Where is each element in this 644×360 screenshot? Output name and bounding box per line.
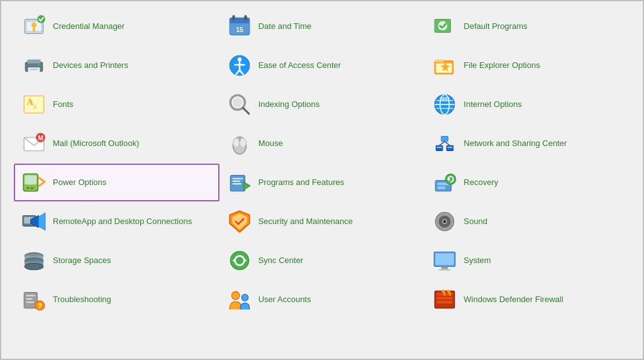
storage-spaces-label[interactable]: Storage Spaces xyxy=(53,256,111,266)
control-panel-item-fonts[interactable]: A a Fonts xyxy=(14,86,219,123)
control-panel-item-storage-spaces[interactable]: Storage Spaces xyxy=(14,242,219,279)
control-panel-item-troubleshooting[interactable]: ? Troubleshooting xyxy=(14,281,219,318)
svg-rect-9 xyxy=(244,15,247,20)
network-sharing-label[interactable]: Network and Sharing Center xyxy=(464,138,567,149)
svg-text:M: M xyxy=(38,134,43,142)
svg-rect-52 xyxy=(447,145,453,150)
programs-features-icon xyxy=(227,170,252,195)
svg-line-33 xyxy=(243,108,248,113)
svg-rect-94 xyxy=(441,266,448,269)
troubleshooting-label[interactable]: Troubleshooting xyxy=(53,295,111,305)
control-panel-item-power-options[interactable]: Power Options xyxy=(14,164,219,201)
svg-rect-51 xyxy=(436,145,443,150)
svg-rect-7 xyxy=(230,21,250,23)
default-programs-label[interactable]: Default Programs xyxy=(464,21,527,32)
svg-rect-53 xyxy=(441,136,448,141)
svg-point-49 xyxy=(233,138,240,148)
devices-and-printers-icon xyxy=(21,53,47,78)
file-explorer-label[interactable]: File Explorer Options xyxy=(464,60,540,71)
control-panel-item-security-maintenance[interactable]: Security and Maintenance xyxy=(219,203,425,240)
security-maintenance-icon xyxy=(227,209,252,234)
svg-rect-18 xyxy=(30,69,38,70)
svg-rect-16 xyxy=(27,60,40,64)
control-panel-item-mouse[interactable]: Mouse xyxy=(219,125,425,162)
devices-and-printers-label[interactable]: Devices and Printers xyxy=(53,60,128,71)
sync-center-label[interactable]: Sync Center xyxy=(258,256,304,266)
svg-rect-93 xyxy=(436,253,454,265)
control-panel-item-devices-and-printers[interactable]: Devices and Printers xyxy=(14,47,219,84)
svg-rect-56 xyxy=(437,147,442,148)
power-options-icon xyxy=(21,170,47,195)
svg-point-88 xyxy=(25,263,43,270)
svg-line-54 xyxy=(440,142,445,145)
troubleshooting-icon: ? xyxy=(21,287,47,312)
control-panel-item-sync-center[interactable]: Sync Center xyxy=(219,242,425,279)
control-panel-item-system[interactable]: System xyxy=(425,242,630,279)
svg-rect-71 xyxy=(438,186,446,189)
date-and-time-label[interactable]: Date and Time xyxy=(258,21,312,32)
svg-text:?: ? xyxy=(38,302,42,310)
control-panel-item-credential-manager[interactable]: Credential Manager xyxy=(14,8,219,45)
svg-marker-77 xyxy=(38,213,45,230)
control-panel-item-remoteapp[interactable]: RemoteApp and Desktop Connections xyxy=(14,203,219,240)
svg-rect-98 xyxy=(26,298,33,300)
windows-defender-label[interactable]: Windows Defender Firewall xyxy=(464,295,563,305)
sound-icon xyxy=(432,209,457,234)
remoteapp-label[interactable]: RemoteApp and Desktop Connections xyxy=(53,217,192,227)
mouse-icon xyxy=(227,131,252,156)
indexing-options-icon xyxy=(227,92,252,117)
svg-text:a: a xyxy=(33,103,36,111)
credential-manager-icon xyxy=(21,14,47,39)
security-maintenance-label[interactable]: Security and Maintenance xyxy=(258,217,353,227)
svg-rect-65 xyxy=(232,178,243,179)
windows-defender-icon xyxy=(432,287,457,312)
control-panel-item-default-programs[interactable]: Default Programs xyxy=(425,8,630,45)
svg-rect-97 xyxy=(26,295,35,296)
svg-text:A: A xyxy=(26,97,33,107)
power-options-label[interactable]: Power Options xyxy=(53,177,106,188)
default-programs-icon xyxy=(432,14,457,39)
svg-rect-64 xyxy=(230,175,245,191)
credential-manager-label[interactable]: Credential Manager xyxy=(53,21,125,32)
svg-point-102 xyxy=(231,291,240,300)
user-accounts-label[interactable]: User Accounts xyxy=(258,295,311,305)
svg-rect-57 xyxy=(448,147,453,148)
svg-rect-15 xyxy=(28,67,40,72)
recovery-icon xyxy=(432,170,457,195)
recovery-label[interactable]: Recovery xyxy=(464,177,498,188)
programs-features-label[interactable]: Programs and Features xyxy=(258,177,345,188)
mail-label[interactable]: Mail (Microsoft Outlook) xyxy=(53,138,139,149)
system-label[interactable]: System xyxy=(464,256,491,266)
ease-of-access-label[interactable]: Ease of Access Center xyxy=(258,60,341,71)
internet-options-label[interactable]: Internet Options xyxy=(464,99,522,110)
control-panel-item-user-accounts[interactable]: User Accounts xyxy=(219,281,425,318)
mouse-label[interactable]: Mouse xyxy=(258,138,283,149)
control-panel-item-mail[interactable]: M Mail (Microsoft Outlook) xyxy=(14,125,219,162)
sync-center-icon xyxy=(227,248,252,273)
user-accounts-icon xyxy=(227,287,252,312)
control-panel-item-sound[interactable]: Sound xyxy=(425,203,630,240)
control-panel-item-indexing-options[interactable]: Indexing Options xyxy=(219,86,425,123)
svg-text:15: 15 xyxy=(236,26,243,33)
sound-label[interactable]: Sound xyxy=(464,217,487,227)
control-panel-item-windows-defender[interactable]: Windows Defender Firewall xyxy=(425,281,630,318)
svg-point-17 xyxy=(37,64,40,66)
control-panel-item-file-explorer[interactable]: File Explorer Options xyxy=(425,47,630,84)
network-sharing-icon xyxy=(432,131,457,156)
mail-icon: M xyxy=(21,131,47,156)
svg-rect-66 xyxy=(232,181,240,182)
control-panel-item-network-sharing[interactable]: Network and Sharing Center xyxy=(425,125,630,162)
svg-point-50 xyxy=(240,138,247,148)
svg-rect-99 xyxy=(26,301,34,303)
indexing-options-label[interactable]: Indexing Options xyxy=(258,99,320,110)
control-panel-item-date-and-time[interactable]: 15 Date and Time xyxy=(219,8,425,45)
control-panel-item-internet-options[interactable]: Internet Options xyxy=(425,86,630,123)
remoteapp-icon xyxy=(21,209,47,234)
fonts-label[interactable]: Fonts xyxy=(53,99,74,110)
control-panel-item-recovery[interactable]: Recovery xyxy=(425,164,630,201)
control-panel-item-programs-features[interactable]: Programs and Features xyxy=(219,164,425,201)
svg-rect-60 xyxy=(26,187,29,189)
svg-point-83 xyxy=(443,220,446,223)
svg-rect-3 xyxy=(33,28,35,31)
control-panel-item-ease-of-access[interactable]: Ease of Access Center xyxy=(219,47,425,84)
